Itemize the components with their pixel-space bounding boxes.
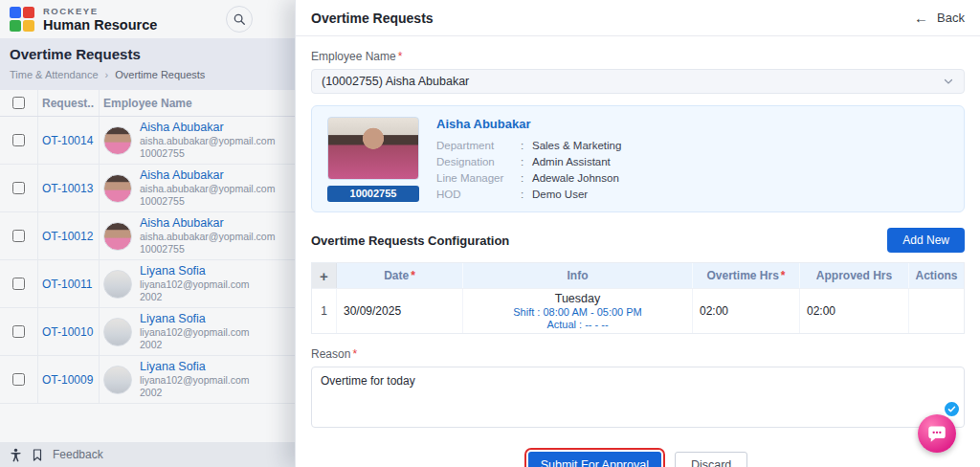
employee-id-badge: 10002755 — [327, 186, 419, 202]
chat-bubble-button[interactable] — [918, 414, 956, 453]
employee-id: 2002 — [140, 339, 250, 351]
employee-photo — [327, 117, 419, 180]
employee-avatar — [103, 174, 132, 203]
employee-name: Aisha Abubakar — [140, 168, 275, 184]
request-id-link[interactable]: OT-10013 — [42, 182, 93, 195]
logo-block-green — [10, 20, 21, 32]
request-id-link[interactable]: OT-10010 — [42, 325, 93, 339]
row-checkbox[interactable] — [12, 278, 25, 290]
employee-id: 2002 — [140, 387, 250, 399]
breadcrumb-separator: › — [105, 69, 109, 80]
reason-field: Reason* Overtime for today — [311, 347, 965, 432]
drawer-header: Overtime Requests ← Back — [296, 0, 980, 36]
search-button[interactable] — [226, 6, 253, 33]
breadcrumb-item-time-attendance[interactable]: Time & Attendance — [10, 69, 99, 80]
employee-avatar — [103, 366, 132, 394]
request-id-link[interactable]: OT-10011 — [42, 278, 92, 291]
bookmark-icon[interactable] — [32, 448, 43, 462]
rockeye-logo-icon — [10, 7, 34, 32]
request-id-link[interactable]: OT-10014 — [42, 134, 93, 147]
row-checkbox[interactable] — [12, 230, 25, 242]
field-value: Demo User — [532, 189, 621, 200]
reason-textarea[interactable]: Overtime for today — [311, 367, 965, 428]
table-row: OT-10014 Aisha Abubakar aisha.abubakar@y… — [0, 117, 295, 165]
drawer-title: Overtime Requests — [311, 11, 434, 26]
accessibility-icon[interactable] — [10, 448, 22, 462]
field-value: Sales & Marketing — [532, 140, 621, 151]
back-button[interactable]: ← Back — [914, 11, 965, 25]
feedback-bar: Feedback — [0, 442, 295, 467]
discard-button[interactable]: Discard — [675, 452, 747, 467]
feedback-label[interactable]: Feedback — [53, 448, 103, 461]
employee-email: aisha.abubakar@yopmail.com — [140, 231, 275, 243]
row-checkbox[interactable] — [12, 325, 25, 338]
field-label: HOD — [436, 189, 521, 200]
employee-info-card: 10002755 Aisha Abubakar Department : Sal… — [311, 105, 965, 212]
add-row-button[interactable]: + — [312, 263, 337, 288]
employee-email: liyana102@yopmail.com — [140, 326, 250, 339]
brand-name: ROCKEYE — [43, 6, 157, 16]
date-cell[interactable]: 30/09/2025 — [337, 289, 463, 333]
info-actual: Actual : -- - -- — [546, 319, 608, 330]
employee-select-value: (10002755) Aisha Abubakar — [322, 75, 469, 88]
table-row: OT-10010 Liyana Sofia liyana102@yopmail.… — [0, 308, 295, 356]
employee-card-name: Aisha Abubakar — [436, 117, 621, 131]
employee-avatar — [103, 222, 132, 251]
employee-name: Liyana Sofia — [140, 360, 250, 375]
required-marker: * — [398, 50, 403, 63]
request-id-link[interactable]: OT-10012 — [42, 230, 93, 243]
screen: ROCKEYE Human Resource Overtime Requests… — [0, 0, 980, 467]
employee-email: liyana102@yopmail.com — [140, 374, 250, 387]
approved-hrs-cell[interactable]: 02:00 — [800, 289, 909, 333]
form-actions: Submit For Approval Discard — [311, 452, 965, 467]
column-header-approved-hrs: Approved Hrs — [800, 263, 909, 288]
overtime-request-drawer: Overtime Requests ← Back Employee Name* … — [295, 0, 980, 467]
field-label: Department — [436, 140, 521, 151]
actions-cell — [909, 289, 964, 333]
field-label: Line Manager — [436, 172, 521, 184]
employee-avatar — [103, 126, 132, 155]
field-label: Designation — [436, 156, 521, 167]
column-header-date: Date* — [337, 263, 463, 288]
header-checkbox-cell — [0, 90, 38, 116]
info-day: Tuesday — [555, 292, 600, 305]
config-title: Overtime Requests Configuration — [311, 234, 509, 248]
check-icon — [947, 405, 956, 413]
field-value: Admin Assistant — [532, 156, 621, 167]
table-row: OT-10013 Aisha Abubakar aisha.abubakar@y… — [0, 165, 295, 212]
brand-product: Human Resource — [43, 17, 157, 33]
drawer-body: Employee Name* (10002755) Aisha Abubakar… — [296, 36, 980, 467]
row-checkbox-cell — [0, 356, 38, 403]
submit-for-approval-button[interactable]: Submit For Approval — [528, 452, 661, 467]
logo-block-blue — [10, 7, 21, 18]
config-table-header: + Date* Info Overtime Hrs* Approved Hrs … — [312, 263, 964, 288]
select-all-checkbox[interactable] — [12, 97, 25, 109]
employee-name: Liyana Sofia — [140, 312, 250, 327]
reason-label: Reason* — [311, 347, 965, 361]
page-header: Overtime Requests Time & Attendance › Ov… — [0, 38, 295, 90]
employee-id: 2002 — [140, 291, 250, 303]
column-header-info: Info — [463, 263, 693, 288]
page-title: Overtime Requests — [10, 46, 285, 62]
row-checkbox[interactable] — [12, 134, 25, 146]
employee-select[interactable]: (10002755) Aisha Abubakar — [311, 69, 965, 94]
row-checkbox[interactable] — [12, 182, 25, 194]
brand: ROCKEYE Human Resource — [43, 6, 157, 33]
chat-bubble-icon — [927, 425, 947, 443]
row-checkbox[interactable] — [12, 373, 25, 386]
overtime-hrs-cell[interactable]: 02:00 — [693, 289, 800, 333]
add-new-button[interactable]: Add New — [887, 228, 965, 253]
row-checkbox-cell — [0, 165, 38, 211]
search-icon — [233, 12, 246, 26]
employee-details: Aisha Abubakar Department : Sales & Mark… — [436, 117, 621, 201]
employee-card-fields: Department : Sales & Marketing Designati… — [436, 140, 621, 200]
row-checkbox-cell — [0, 212, 38, 259]
info-shift: Shift : 08:00 AM - 05:00 PM — [513, 306, 642, 318]
breadcrumb: Time & Attendance › Overtime Requests — [10, 69, 285, 80]
back-arrow-icon: ← — [914, 11, 928, 25]
request-id-link[interactable]: OT-10009 — [42, 373, 93, 387]
employee-avatar — [103, 270, 132, 299]
row-checkbox-cell — [0, 308, 38, 355]
employee-email: aisha.abubakar@yopmail.com — [140, 135, 275, 147]
support-chat-widget[interactable] — [918, 414, 956, 453]
